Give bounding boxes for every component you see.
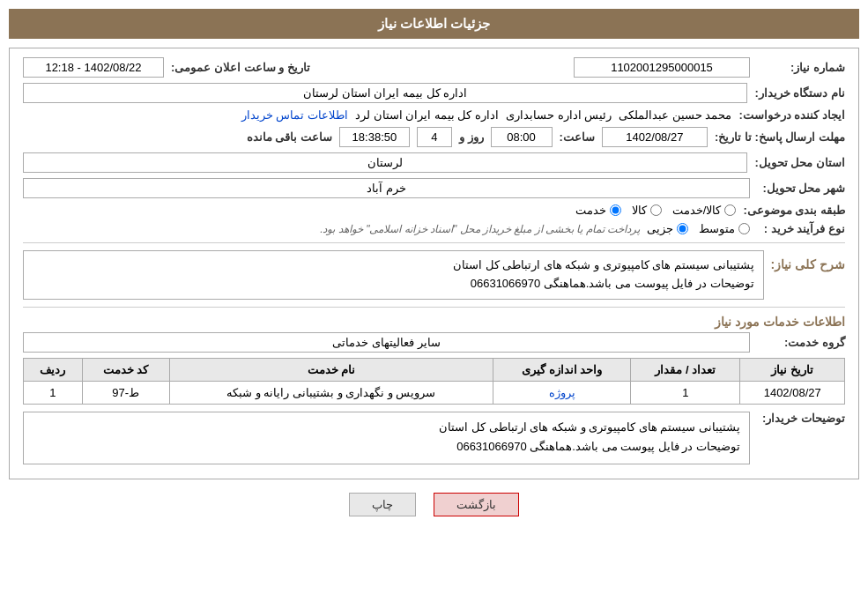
creator-label: ایجاد کننده درخواست: [738, 108, 845, 122]
radio-medium-label: متوسط [699, 222, 735, 235]
delivery-city-row: شهر محل تحویل: خرم آباد [23, 178, 845, 198]
delivery-province-label: استان محل تحویل: [754, 156, 845, 169]
need-description-row: شرح کلی نیاز: پشتیبانی سیستم های کامپیوت… [23, 250, 845, 300]
col-unit: واحد اندازه گیری [493, 358, 631, 381]
response-days: 4 [417, 127, 452, 147]
response-time: 08:00 [491, 127, 553, 147]
announcement-date-label: تاریخ و ساعت اعلان عمومی: [171, 61, 310, 74]
creator-name: محمد حسین عبدالملکی [619, 108, 731, 122]
radio-partial-label: جزیی [647, 222, 673, 235]
cell-quantity: 1 [631, 381, 740, 404]
delivery-province-row: استان محل تحویل: لرستان [23, 152, 845, 173]
radio-service-item[interactable]: خدمت [575, 204, 621, 217]
delivery-city-value: خرم آباد [23, 178, 750, 198]
radio-goods-service-item[interactable]: کالا/خدمت [672, 204, 737, 217]
buyer-desc-box: پشتیبانی سیستم های کامپیوتری و شبکه های … [23, 412, 750, 464]
radio-goods-service-label: کالا/خدمت [672, 204, 722, 217]
buyer-name-row: نام دستگاه خریدار: اداره کل بیمه ایران ا… [23, 83, 845, 103]
radio-partial-item[interactable]: جزیی [647, 222, 688, 235]
purchase-note: پرداخت تمام یا بخشی از مبلغ خریداز محل "… [320, 223, 640, 235]
creator-contact-link[interactable]: اطلاعات تماس خریدار [241, 108, 348, 122]
col-row-num: ردیف [24, 358, 83, 381]
services-section-title: اطلاعات خدمات مورد نیاز [23, 315, 845, 329]
need-description-section-title: شرح کلی نیاز: [771, 257, 845, 271]
service-group-row: گروه خدمت: سایر فعالیتهای خدماتی [23, 332, 845, 353]
buttons-row: بازگشت چاپ [9, 493, 859, 516]
creator-role: رئیس اداره حسابداری [506, 108, 612, 122]
response-day-label: روز و [459, 130, 484, 144]
page-header: جزئیات اطلاعات نیاز [9, 9, 859, 39]
response-deadline-label: مهلت ارسال پاسخ: تا تاریخ: [715, 130, 845, 144]
need-number-label: شماره نیاز: [757, 61, 845, 74]
cell-row-num: 1 [24, 381, 83, 404]
classification-row: طبقه بندی موضوعی: کالا/خدمت کالا خدمت [23, 204, 845, 217]
delivery-city-label: شهر محل تحویل: [757, 182, 845, 195]
service-group-label: گروه خدمت: [757, 336, 845, 349]
divider-2 [23, 307, 845, 308]
response-deadline-row: مهلت ارسال پاسخ: تا تاریخ: 1402/08/27 سا… [23, 127, 845, 147]
purchase-type-row: نوع فرآیند خرید : متوسط جزیی پرداخت تمام… [23, 222, 845, 235]
page-title: جزئیات اطلاعات نیاز [378, 16, 490, 31]
classification-radio-group: کالا/خدمت کالا خدمت [575, 204, 737, 217]
purchase-type-radio-group: متوسط جزیی [647, 222, 750, 235]
col-service-name: نام خدمت [169, 358, 493, 381]
cell-service-name: سرویس و نگهداری و بشتیبانی رایانه و شبکه [169, 381, 493, 404]
response-time-label: ساعت: [560, 130, 595, 144]
col-date: تاریخ نیاز [740, 358, 845, 381]
print-button[interactable]: چاپ [349, 493, 416, 516]
radio-goods-label: کالا [632, 204, 647, 217]
response-remaining: 18:38:50 [339, 127, 410, 147]
purchase-type-label: نوع فرآیند خرید : [757, 222, 845, 235]
buyer-desc-line1: پشتیبانی سیستم های کامپیوتری و شبکه های … [33, 418, 740, 437]
creator-org: اداره کل بیمه ایران استان لرد [355, 108, 499, 122]
buyer-name-value: اداره کل بیمه ایران استان لرستان [23, 83, 747, 103]
cell-unit: پروژه [493, 381, 631, 404]
col-service-code: کد خدمت [82, 358, 169, 381]
radio-medium[interactable] [738, 223, 750, 234]
need-description-box: پشتیبانی سیستم های کامپیوتری و شبکه های … [23, 250, 764, 300]
cell-date: 1402/08/27 [740, 381, 845, 404]
buyer-name-label: نام دستگاه خریدار: [754, 86, 845, 100]
col-quantity: تعداد / مقدار [631, 358, 740, 381]
cell-service-code: ط-97 [82, 381, 169, 404]
buyer-desc-row: توضیحات خریدار: پشتیبانی سیستم های کامپی… [23, 412, 845, 464]
radio-goods-item[interactable]: کالا [632, 204, 662, 217]
buyer-desc-line2: توضیحات در فایل پیوست می باشد.هماهنگی 06… [33, 437, 740, 457]
service-group-value: سایر فعالیتهای خدماتی [23, 332, 750, 353]
radio-partial[interactable] [677, 223, 688, 234]
need-desc-line2: توضیحات در فایل پیوست می باشد.هماهنگی 06… [33, 275, 754, 293]
creator-row: ایجاد کننده درخواست: محمد حسین عبدالملکی… [23, 108, 845, 122]
radio-service-label: خدمت [575, 204, 606, 217]
delivery-province-value: لرستان [23, 152, 747, 173]
table-row: 1402/08/27 1 پروژه سرویس و نگهداری و بشت… [24, 381, 845, 404]
services-table: تاریخ نیاز تعداد / مقدار واحد اندازه گیر… [23, 358, 845, 405]
divider-1 [23, 242, 845, 243]
response-date: 1402/08/27 [602, 127, 708, 147]
main-content-box: شماره نیاز: 1102001295000015 تاریخ و ساع… [9, 48, 859, 479]
classification-label: طبقه بندی موضوعی: [743, 204, 845, 217]
radio-service[interactable] [610, 204, 621, 216]
need-number-row: شماره نیاز: 1102001295000015 تاریخ و ساع… [23, 57, 845, 78]
buyer-desc-label: توضیحات خریدار: [757, 412, 845, 425]
need-desc-line1: پشتیبانی سیستم های کامپیوتری و شبکه های … [33, 256, 754, 275]
announcement-date-value: 1402/08/22 - 12:18 [23, 57, 164, 78]
back-button[interactable]: بازگشت [434, 493, 519, 516]
radio-goods[interactable] [650, 204, 662, 216]
radio-goods-service[interactable] [724, 204, 736, 216]
response-remaining-label: ساعت باقی مانده [247, 130, 332, 144]
need-number-value: 1102001295000015 [574, 57, 750, 78]
radio-medium-item[interactable]: متوسط [699, 222, 750, 235]
